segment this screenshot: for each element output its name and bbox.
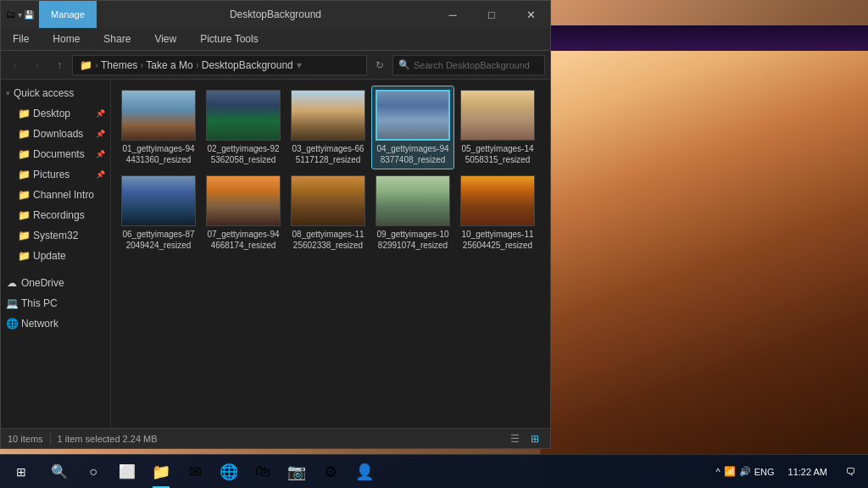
sidebar-item-downloads[interactable]: 📁 Downloads 📌 xyxy=(1,124,110,144)
tab-home[interactable]: Home xyxy=(41,28,92,50)
manage-tab[interactable]: Manage xyxy=(39,1,97,28)
file-name-8: 08_gettyimages-1125602338_resized xyxy=(291,229,365,251)
file-item-10[interactable]: 10_gettyimages-1125604425_resized xyxy=(457,172,538,254)
volume-tray-icon[interactable]: 🔊 xyxy=(739,466,751,477)
details-view-button[interactable]: ☰ xyxy=(506,430,523,447)
sidebar-item-recordings[interactable]: 📁 Recordings xyxy=(1,205,110,225)
refresh-button[interactable]: ↻ xyxy=(370,56,389,75)
sidebar-item-channel-intro[interactable]: 📁 Channel Intro xyxy=(1,185,110,205)
file-name-2: 02_gettyimages-925362058_resized xyxy=(206,143,281,165)
file-name-9: 09_gettyimages-1082991074_resized xyxy=(376,229,450,251)
file-item-6[interactable]: 06_gettyimages-872049424_resized xyxy=(118,172,199,254)
clock[interactable]: 11:22 AM xyxy=(782,467,834,477)
file-item-9[interactable]: 09_gettyimages-1082991074_resized xyxy=(372,172,453,254)
network-icon: 🌐 xyxy=(6,318,18,330)
pin-icon-pictures: 📌 xyxy=(96,170,105,179)
taskbar-explorer[interactable]: 📁 xyxy=(144,455,178,489)
notification-button[interactable]: 🗨 xyxy=(834,455,868,489)
title-bar: 🗂 ▾ 💾 Manage DesktopBackground ─ □ ✕ xyxy=(1,1,550,28)
search-button[interactable]: 🔍 xyxy=(42,455,76,489)
tab-share[interactable]: Share xyxy=(92,28,142,50)
folder-update-icon: 📁 xyxy=(18,250,30,262)
search-icon: 🔍 xyxy=(398,59,410,70)
taskbar-mail[interactable]: ✉ xyxy=(178,455,212,489)
file-name-10: 10_gettyimages-1125604425_resized xyxy=(460,229,535,251)
sidebar-label-onedrive: OneDrive xyxy=(21,277,64,289)
window-controls: ─ □ ✕ xyxy=(433,1,550,28)
forward-button[interactable]: › xyxy=(28,56,47,75)
start-button[interactable]: ⊞ xyxy=(0,455,42,489)
folder-desktop-icon: 📁 xyxy=(18,108,30,119)
sidebar-item-system32[interactable]: 📁 System32 xyxy=(1,225,110,246)
onedrive-icon: ☁ xyxy=(6,277,18,289)
file-name-7: 07_gettyimages-944668174_resized xyxy=(206,229,281,251)
pin-icon-downloads: 📌 xyxy=(96,130,105,138)
breadcrumb-themes[interactable]: Themes xyxy=(101,59,137,71)
taskbar-store[interactable]: 🛍 xyxy=(246,455,280,489)
file-name-6: 06_gettyimages-872049424_resized xyxy=(121,229,196,251)
sidebar-item-onedrive[interactable]: ☁ OneDrive xyxy=(1,273,110,293)
sidebar-item-documents[interactable]: 📁 Documents 📌 xyxy=(1,144,110,164)
pin-icon-documents: 📌 xyxy=(96,150,105,158)
file-item-1[interactable]: 01_gettyimages-944431360_resized xyxy=(118,86,199,169)
ribbon-tabs: File Home Share View Picture Tools xyxy=(1,28,550,50)
sidebar-item-update[interactable]: 📁 Update xyxy=(1,246,110,266)
file-thumbnail-7 xyxy=(206,175,281,226)
back-button[interactable]: ‹ xyxy=(6,56,25,75)
breadcrumb[interactable]: 📁 › Themes › Take a Mo › DesktopBackgrou… xyxy=(72,55,367,75)
sidebar-label-desktop: Desktop xyxy=(33,108,70,119)
file-thumbnail-5 xyxy=(460,90,535,141)
save-quick: 💾 xyxy=(24,10,34,19)
taskbar-people[interactable]: 👤 xyxy=(348,455,381,489)
folder-downloads-icon: 📁 xyxy=(18,128,30,140)
ribbon: File Home Share View Picture Tools xyxy=(1,28,550,51)
folder-system32-icon: 📁 xyxy=(18,230,30,241)
file-thumbnail-1 xyxy=(121,90,196,141)
breadcrumb-root: 📁 xyxy=(80,59,92,71)
breadcrumb-current[interactable]: DesktopBackground xyxy=(202,59,293,71)
folder-icon: 🗂 xyxy=(6,8,16,20)
file-name-4: 04_gettyimages-948377408_resized xyxy=(376,143,450,165)
file-item-7[interactable]: 07_gettyimages-944668174_resized xyxy=(203,172,284,254)
tab-file[interactable]: File xyxy=(1,28,41,50)
tray-arrow[interactable]: ^ xyxy=(716,467,721,477)
close-button[interactable]: ✕ xyxy=(511,1,550,28)
task-view-button[interactable]: ○ xyxy=(76,455,110,489)
file-item-2[interactable]: 02_gettyimages-925362058_resized xyxy=(203,86,284,169)
folder-documents-icon: 📁 xyxy=(18,148,30,160)
tab-view[interactable]: View xyxy=(142,28,188,50)
widgets-button[interactable]: ⬜ xyxy=(110,455,144,489)
maximize-button[interactable]: □ xyxy=(472,1,511,28)
main-area: ▾ Quick access 📁 Desktop 📌 📁 Downloads 📌… xyxy=(1,80,550,428)
file-item-3[interactable]: 03_gettyimages-665117128_resized xyxy=(287,86,369,169)
folder-recordings-icon: 📁 xyxy=(18,209,30,221)
folder-pictures-icon: 📁 xyxy=(18,169,30,180)
network-tray-icon[interactable]: 📶 xyxy=(724,466,736,477)
taskbar-browser[interactable]: 🌐 xyxy=(212,455,246,489)
file-item-5[interactable]: 05_gettyimages-145058315_resized xyxy=(457,86,538,169)
address-bar: ‹ › ↑ 📁 › Themes › Take a Mo › DesktopBa… xyxy=(1,51,550,80)
tiles-view-button[interactable]: ⊞ xyxy=(526,430,543,447)
breadcrumb-takemo[interactable]: Take a Mo xyxy=(146,59,192,71)
sidebar-item-this-pc[interactable]: 💻 This PC xyxy=(1,293,110,313)
title-bar-app-icons: 🗂 ▾ 💾 xyxy=(1,8,39,20)
breadcrumb-dropdown[interactable]: ▾ xyxy=(297,59,302,71)
tab-picture-tools[interactable]: Picture Tools xyxy=(188,28,270,50)
search-box: 🔍 Search DesktopBackground xyxy=(392,55,545,75)
sidebar-item-desktop[interactable]: 📁 Desktop 📌 xyxy=(1,103,110,124)
expand-icon: ▾ xyxy=(6,89,10,97)
file-item-8[interactable]: 08_gettyimages-1125602338_resized xyxy=(287,172,369,254)
taskbar-settings[interactable]: ⚙ xyxy=(314,455,348,489)
sidebar-label-channel-intro: Channel Intro xyxy=(33,189,94,201)
file-item-4[interactable]: 04_gettyimages-948377408_resized xyxy=(372,86,453,169)
up-button[interactable]: ↑ xyxy=(50,56,69,75)
file-thumbnail-8 xyxy=(291,175,365,226)
sidebar-label-recordings: Recordings xyxy=(33,209,85,221)
sidebar-label-this-pc: This PC xyxy=(21,297,58,309)
taskbar-photos[interactable]: 📷 xyxy=(280,455,314,489)
sidebar-item-pictures[interactable]: 📁 Pictures 📌 xyxy=(1,164,110,185)
sidebar-item-network[interactable]: 🌐 Network xyxy=(1,313,110,334)
file-name-5: 05_gettyimages-145058315_resized xyxy=(460,143,535,165)
minimize-button[interactable]: ─ xyxy=(433,1,472,28)
sidebar-quick-access-header[interactable]: ▾ Quick access xyxy=(1,83,110,103)
